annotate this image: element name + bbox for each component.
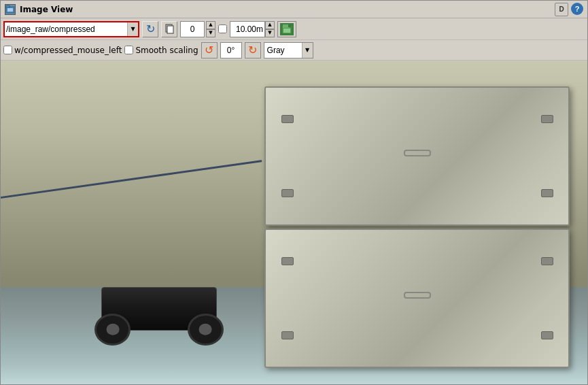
copy-button[interactable] bbox=[161, 21, 177, 37]
latch-bottom-left bbox=[281, 189, 294, 197]
zoom-arrows: ▲ ▼ bbox=[206, 21, 215, 37]
time-down-arrow[interactable]: ▼ bbox=[265, 29, 275, 37]
mouse-left-label: w/compressed_mouse_left bbox=[14, 46, 122, 55]
svg-rect-4 bbox=[167, 26, 173, 33]
svg-rect-1 bbox=[7, 8, 13, 12]
zoom-input[interactable]: 0 bbox=[180, 21, 205, 37]
detach-button[interactable]: D bbox=[555, 3, 568, 16]
topic-select[interactable]: /image_raw/compressed bbox=[5, 22, 127, 36]
window-icon bbox=[5, 4, 16, 15]
save-button[interactable] bbox=[277, 21, 296, 37]
svg-rect-8 bbox=[288, 24, 291, 27]
title-bar-buttons: D ? bbox=[555, 3, 583, 16]
color-select-wrapper: Gray Color Mono ▼ bbox=[264, 42, 313, 58]
copy-icon bbox=[164, 24, 175, 35]
angle-input[interactable]: 0° bbox=[220, 42, 242, 58]
case-handle-bottom bbox=[404, 292, 431, 299]
time-arrows: ▲ ▼ bbox=[265, 21, 275, 37]
svg-rect-2 bbox=[6, 5, 10, 7]
car-wheel-front-left bbox=[94, 314, 131, 346]
mouse-left-checkbox[interactable] bbox=[3, 46, 12, 54]
image-canvas bbox=[1, 61, 587, 384]
toolbar-row-1: /image_raw/compressed ▼ ↻ 0 ▲ ▼ bbox=[1, 18, 587, 40]
refresh-button[interactable]: ↻ bbox=[142, 21, 158, 37]
save-icon bbox=[280, 23, 294, 35]
refresh-icon: ↻ bbox=[146, 22, 155, 35]
case-handle-top bbox=[404, 150, 431, 156]
topic-select-wrapper: /image_raw/compressed ▼ bbox=[3, 21, 139, 37]
rotate-left-icon: ↺ bbox=[205, 44, 213, 56]
smooth-scaling-label: Smooth scaling bbox=[135, 46, 198, 55]
window-title: Image View bbox=[20, 5, 73, 14]
color-select[interactable]: Gray Color Mono bbox=[264, 43, 302, 58]
latch-top-left bbox=[281, 115, 294, 123]
time-up-arrow[interactable]: ▲ bbox=[265, 21, 275, 29]
save-icon-svg bbox=[281, 24, 293, 35]
case-top bbox=[264, 86, 570, 226]
rotate-right-button[interactable]: ↻ bbox=[245, 42, 261, 58]
title-bar-left: Image View bbox=[5, 4, 73, 15]
time-input[interactable]: 10.00m bbox=[230, 21, 265, 37]
time-input-group: 10.00m ▲ ▼ bbox=[230, 21, 275, 37]
cases-container bbox=[264, 86, 570, 368]
toolbar-row-2: w/compressed_mouse_left Smooth scaling ↺… bbox=[1, 40, 587, 61]
rotate-right-icon: ↻ bbox=[248, 44, 257, 56]
latch2-top-left bbox=[281, 257, 294, 265]
latch2-bottom-right bbox=[541, 331, 553, 339]
main-window: Image View D ? /image_raw/compressed ▼ ↻ bbox=[0, 0, 588, 385]
smooth-scaling-wrapper: Smooth scaling bbox=[124, 46, 198, 55]
title-bar: Image View D ? bbox=[1, 1, 587, 18]
zoom-down-arrow[interactable]: ▼ bbox=[206, 29, 215, 37]
mouse-left-checkbox-wrapper: w/compressed_mouse_left bbox=[3, 46, 122, 55]
zoom-checkbox[interactable] bbox=[218, 24, 227, 33]
robot-car bbox=[94, 287, 224, 346]
help-button[interactable]: ? bbox=[571, 3, 583, 15]
latch2-bottom-left bbox=[281, 331, 294, 339]
image-area bbox=[1, 61, 587, 384]
zoom-up-arrow[interactable]: ▲ bbox=[206, 21, 215, 29]
zoom-checkbox-wrapper bbox=[218, 24, 227, 33]
latch-bottom-right bbox=[541, 189, 553, 197]
color-select-arrow[interactable]: ▼ bbox=[302, 43, 313, 58]
topic-select-arrow[interactable]: ▼ bbox=[127, 22, 138, 36]
latch-top-right bbox=[541, 115, 553, 123]
svg-rect-7 bbox=[283, 30, 291, 33]
rotate-left-button[interactable]: ↺ bbox=[201, 42, 218, 58]
car-wheel-front-right bbox=[188, 314, 224, 346]
zoom-spinner: 0 ▲ ▼ bbox=[180, 21, 215, 37]
smooth-scaling-checkbox[interactable] bbox=[124, 46, 133, 54]
latch2-top-right bbox=[541, 257, 553, 265]
case-bottom bbox=[264, 229, 570, 368]
